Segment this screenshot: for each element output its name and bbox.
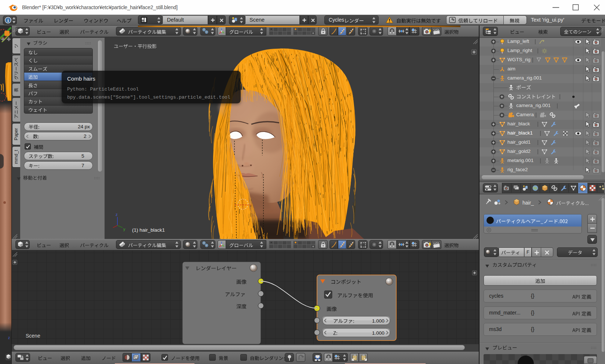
svg-text:i: i bbox=[7, 18, 9, 23]
svg-text:y: y bbox=[123, 227, 125, 231]
svg-text:z: z bbox=[116, 212, 118, 217]
